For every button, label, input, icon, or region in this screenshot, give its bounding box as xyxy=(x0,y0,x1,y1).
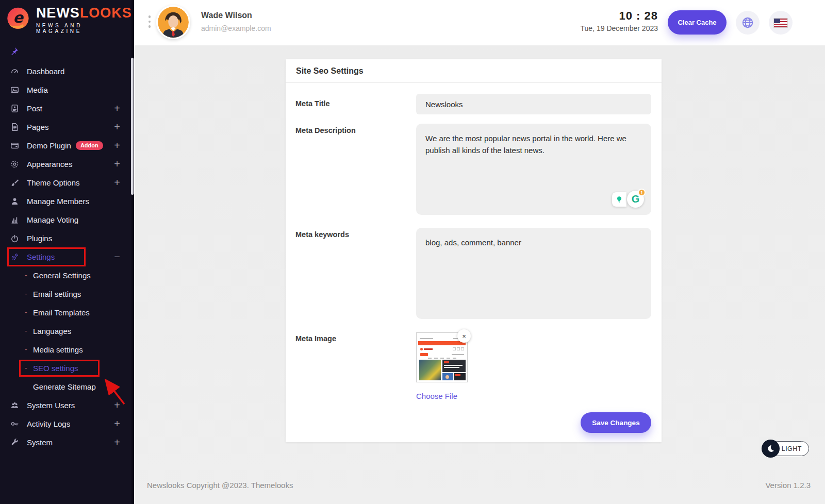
thumb-topbar-text xyxy=(420,338,433,339)
meta-keywords-field: blog, ads, comment, banner xyxy=(416,228,651,319)
expand-plus-icon[interactable]: + xyxy=(114,121,120,133)
moon-icon xyxy=(762,440,780,458)
avatar[interactable] xyxy=(156,5,190,39)
wallet-icon xyxy=(10,141,23,150)
brand-logo[interactable]: e NEWSLOOKS NEWS AND MAGAZINE xyxy=(4,5,132,34)
sidebar-item-activity-logs[interactable]: Activity Logs + xyxy=(0,414,131,433)
sidebar-subitem-email-templates[interactable]: - Email Templates xyxy=(0,303,131,322)
grammarly-widget: G 1 xyxy=(612,191,644,208)
users-group-icon xyxy=(10,401,23,410)
expand-plus-icon[interactable]: + xyxy=(114,436,120,448)
brush-icon xyxy=(10,178,23,187)
sidebar-item-label: Settings xyxy=(27,253,55,261)
clock: 10 : 28 Tue, 19 December 2023 xyxy=(581,9,658,32)
sidebar-item-demo-plugin[interactable]: Demo Plugin Addon + xyxy=(0,136,131,155)
sidebar-item-label: Manage Members xyxy=(27,197,89,206)
current-time: 10 : 28 xyxy=(581,9,658,23)
thumb-face xyxy=(446,375,449,379)
sidebar-item-settings[interactable]: Settings − xyxy=(0,247,131,266)
meta-keywords-label: Meta keywords xyxy=(295,230,349,239)
sidebar-subitem-languages[interactable]: - Languages xyxy=(0,322,131,340)
sidebar-item-label: Post xyxy=(27,104,42,113)
sidebar-item-media[interactable]: Media xyxy=(0,80,131,99)
sidebar-item-label: Manage Voting xyxy=(27,215,78,224)
remove-image-button[interactable]: × xyxy=(457,329,471,343)
locale-flag-button[interactable] xyxy=(769,11,793,35)
card-title: Site Seo Settings xyxy=(286,59,662,83)
sidebar: e NEWSLOOKS NEWS AND MAGAZINE Dashboard … xyxy=(0,0,134,504)
brand-tagline: NEWS AND MAGAZINE xyxy=(36,23,132,34)
kebab-menu-icon[interactable] xyxy=(147,15,152,28)
sidebar-subitem-media-settings[interactable]: - Media settings xyxy=(0,340,131,359)
dash-marker: - xyxy=(25,290,33,298)
newslooks-logo-icon: e xyxy=(4,6,32,33)
meta-title-input[interactable] xyxy=(416,94,651,114)
language-globe-button[interactable] xyxy=(736,11,760,35)
sidebar-item-label: Demo Plugin xyxy=(27,141,71,150)
user-name[interactable]: Wade Wilson xyxy=(201,11,252,20)
clear-cache-button[interactable]: Clear Cache xyxy=(668,10,727,35)
sidebar-subitem-general-settings[interactable]: - General Settings xyxy=(0,266,131,284)
thumb-button xyxy=(420,353,428,356)
user-email: admin@example.com xyxy=(201,24,271,32)
expand-plus-icon[interactable]: + xyxy=(114,177,120,189)
grammarly-suggestion-icon[interactable] xyxy=(612,192,626,207)
sidebar-item-theme-options[interactable]: Theme Options + xyxy=(0,173,131,192)
pages-icon xyxy=(10,123,23,131)
pushpin-icon[interactable] xyxy=(9,46,19,59)
post-icon xyxy=(10,104,23,113)
sidebar-item-label: Theme Options xyxy=(27,178,80,187)
appearances-icon xyxy=(10,160,23,169)
footer-version: Version 1.2.3 xyxy=(765,481,811,490)
grammarly-g-icon[interactable]: G 1 xyxy=(627,191,644,208)
theme-toggle[interactable]: LIGHT xyxy=(762,440,780,458)
sidebar-item-manage-members[interactable]: Manage Members xyxy=(0,192,131,210)
sidebar-item-manage-voting[interactable]: Manage Voting xyxy=(0,210,131,229)
thumb-photo-main xyxy=(419,360,441,380)
svg-text:e: e xyxy=(13,9,24,26)
dash-marker: - xyxy=(25,345,33,354)
sidebar-subitem-label: Generate Sitemap xyxy=(33,382,96,391)
sidebar-item-post[interactable]: Post + xyxy=(0,99,131,117)
meta-image-label: Meta Image xyxy=(295,334,336,343)
sidebar-item-appearances[interactable]: Appearances + xyxy=(0,155,131,173)
thumb-pager-box xyxy=(461,347,464,350)
sidebar-subitem-label: Email Templates xyxy=(33,308,90,317)
expand-plus-icon[interactable]: + xyxy=(114,140,120,152)
brand-name: NEWSLOOKS xyxy=(36,5,132,21)
sidebar-item-plugins[interactable]: Plugins xyxy=(0,229,131,247)
meta-description-field: We are the most popular news portal in t… xyxy=(416,124,651,215)
sidebar-item-system[interactable]: System + xyxy=(0,433,131,451)
choose-file-link[interactable]: Choose File xyxy=(416,392,457,400)
thumb-pager-box xyxy=(453,347,456,350)
expand-plus-icon[interactable]: + xyxy=(114,399,120,411)
bar-chart-icon xyxy=(10,215,23,224)
save-changes-button[interactable]: Save Changes xyxy=(581,412,651,433)
top-header: Wade Wilson admin@example.com 10 : 28 Tu… xyxy=(134,0,825,45)
sidebar-item-system-users[interactable]: System Users + xyxy=(0,396,131,414)
dash-marker: - xyxy=(25,308,33,316)
sidebar-item-pages[interactable]: Pages + xyxy=(0,117,131,136)
sidebar-subitem-seo-settings[interactable]: - SEO settings xyxy=(0,359,131,377)
power-plug-icon xyxy=(10,234,23,243)
thumb-logo xyxy=(420,348,423,350)
sidebar-subitem-label: Languages xyxy=(33,327,71,335)
dash-marker: - xyxy=(25,327,33,335)
sidebar-subitem-generate-sitemap[interactable]: Generate Sitemap xyxy=(0,377,131,396)
sidebar-subitem-email-settings[interactable]: - Email settings xyxy=(0,284,131,303)
addon-badge: Addon xyxy=(76,141,103,150)
sidebar-subitem-label: Media settings xyxy=(33,345,83,354)
meta-keywords-textarea[interactable]: blog, ads, comment, banner xyxy=(416,228,651,319)
collapse-minus-icon[interactable]: − xyxy=(114,251,120,263)
sidebar-subitem-label: General Settings xyxy=(33,271,91,280)
expand-plus-icon[interactable]: + xyxy=(114,103,120,114)
seo-settings-card: Site Seo Settings Meta Title Meta Descri… xyxy=(286,59,662,442)
sidebar-item-dashboard[interactable]: Dashboard xyxy=(0,62,131,80)
thumb-pager-box xyxy=(457,347,460,350)
thumb-category xyxy=(453,358,456,359)
thumb-tag xyxy=(444,361,449,363)
key-icon xyxy=(10,419,23,428)
expand-plus-icon[interactable]: + xyxy=(114,158,120,170)
expand-plus-icon[interactable]: + xyxy=(114,418,120,430)
sidebar-subitem-label: SEO settings xyxy=(33,364,78,373)
